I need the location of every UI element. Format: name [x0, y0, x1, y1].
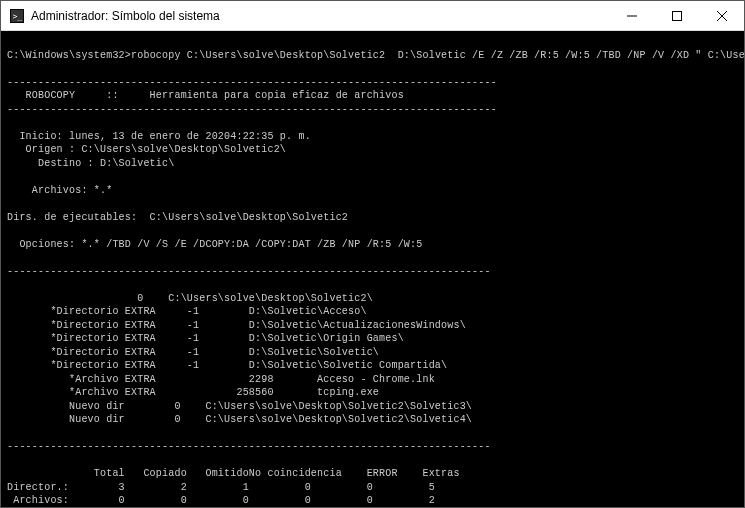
window-controls [609, 1, 744, 30]
maximize-button[interactable] [654, 1, 699, 31]
prompt-line: C:\Windows\system32>robocopy C:\Users\so… [7, 50, 744, 61]
exec-dirs: Dirs. de ejecutables: C:\Users\solve\Des… [7, 212, 348, 223]
output-row: *Archivo EXTRA 258560 tcping.exe [7, 387, 379, 398]
cmd-icon: >_ [9, 8, 25, 24]
output-row: *Directorio EXTRA -1 D:\Solvetic\Solveti… [7, 360, 447, 371]
summary-header: Total Copiado OmitidoNo coincidencia ERR… [7, 468, 460, 479]
separator: ----------------------------------------… [7, 266, 491, 277]
summary-row: Archivos: 0 0 0 0 0 2 [7, 495, 435, 506]
output-row: Nuevo dir 0 C:\Users\solve\Desktop\Solve… [7, 401, 472, 412]
minimize-button[interactable] [609, 1, 654, 31]
separator: ----------------------------------------… [7, 77, 497, 88]
files-pattern: Archivos: *.* [7, 185, 112, 196]
output-row: 0 C:\Users\solve\Desktop\Solvetic2\ [7, 293, 373, 304]
output-row: *Directorio EXTRA -1 D:\Solvetic\Origin … [7, 333, 404, 344]
close-button[interactable] [699, 1, 744, 31]
output-row: *Directorio EXTRA -1 D:\Solvetic\Solveti… [7, 347, 379, 358]
output-row: *Directorio EXTRA -1 D:\Solvetic\Actuali… [7, 320, 466, 331]
terminal-output[interactable]: C:\Windows\system32>robocopy C:\Users\so… [1, 31, 744, 507]
options: Opciones: *.* /TBD /V /S /E /DCOPY:DA /C… [7, 239, 422, 250]
command-text: robocopy C:\Users\solve\Desktop\Solvetic… [131, 50, 744, 61]
separator: ----------------------------------------… [7, 441, 491, 452]
summary-row: Director.: 3 2 1 0 0 5 [7, 482, 435, 493]
window-title: Administrador: Símbolo del sistema [31, 9, 609, 23]
svg-text:>_: >_ [13, 11, 23, 20]
source-path: Origen : C:\Users\solve\Desktop\Solvetic… [7, 144, 286, 155]
titlebar[interactable]: >_ Administrador: Símbolo del sistema [1, 1, 744, 31]
robocopy-header: ROBOCOPY :: Herramienta para copia efica… [7, 90, 404, 101]
start-time: Inicio: lunes, 13 de enero de 20204:22:3… [7, 131, 311, 142]
svg-rect-4 [672, 12, 681, 21]
output-row: *Directorio EXTRA -1 D:\Solvetic\Acceso\ [7, 306, 367, 317]
prompt-path: C:\Windows\system32> [7, 50, 131, 61]
command-prompt-window: >_ Administrador: Símbolo del sistema C:… [0, 0, 745, 508]
separator: ----------------------------------------… [7, 104, 497, 115]
output-row: *Archivo EXTRA 2298 Acceso - Chrome.lnk [7, 374, 435, 385]
output-row: Nuevo dir 0 C:\Users\solve\Desktop\Solve… [7, 414, 472, 425]
dest-path: Destino : D:\Solvetic\ [7, 158, 174, 169]
